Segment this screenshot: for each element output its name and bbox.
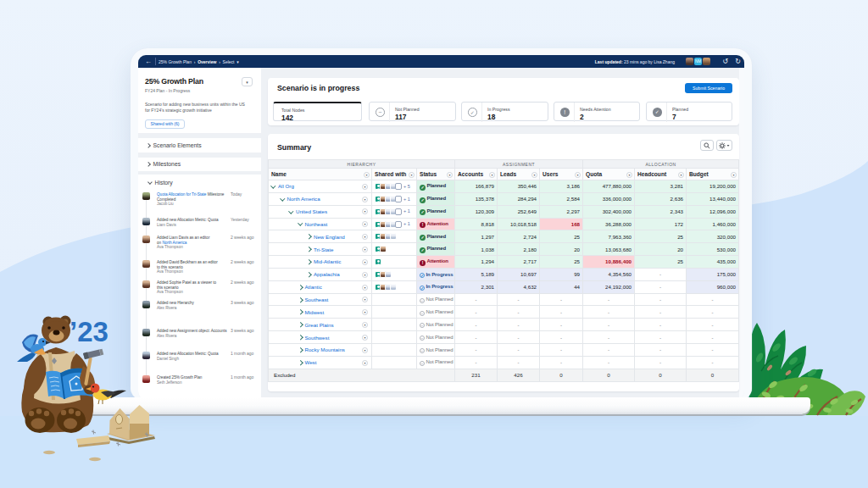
svg-text:’23: ’23 [70,316,108,347]
